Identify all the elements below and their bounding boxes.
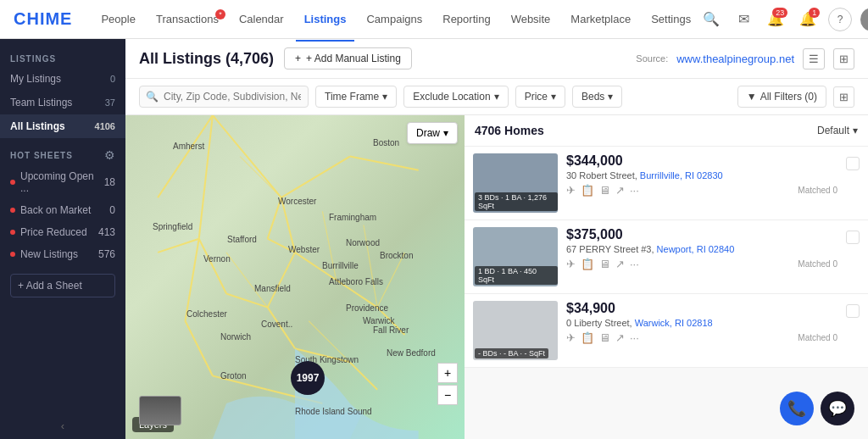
sort-control[interactable]: Default ▾	[817, 125, 858, 136]
beds-filter[interactable]: Beds ▾	[572, 86, 622, 108]
listing-actions: ✈ 📋 🖥 ↗ ··· Matched 0	[566, 184, 837, 197]
listing-checkbox[interactable]	[846, 304, 860, 318]
listing-card[interactable]: 3 BDs · 1 BA · 1,276 SqFt $344,000 30 Ro…	[465, 147, 868, 220]
nav-link-campaigns[interactable]: Campaigns	[358, 8, 431, 31]
grid-filter-toggle[interactable]: ⊞	[833, 86, 854, 108]
phone-chat-button[interactable]: 📞	[780, 392, 814, 425]
listing-price: $34,900	[566, 301, 837, 316]
add-manual-listing-button[interactable]: + + Add Manual Listing	[284, 47, 412, 69]
listing-city: Warwick, RI 02818	[635, 318, 713, 328]
exclude-location-filter[interactable]: Exclude Location ▾	[403, 86, 508, 108]
source-url[interactable]: www.thealpinegroup.net	[676, 53, 794, 65]
split-view: AmherstBostonWorcesterFraminghamNorwoodB…	[125, 115, 868, 439]
map-label-attleborofalls: Attleboro Falls	[329, 277, 383, 286]
copy-icon[interactable]: 📋	[581, 331, 594, 344]
listing-card[interactable]: 1 BD · 1 BA · 450 SqFt $375,000 67 PERRY…	[465, 220, 868, 294]
map-zoom-controls: + −	[437, 363, 458, 405]
sidebar-item-my-listings[interactable]: My Listings0	[0, 67, 125, 91]
map-label-newbedford: New Bedford	[387, 348, 436, 358]
svg-line-2	[350, 157, 419, 170]
copy-icon[interactable]: 📋	[581, 184, 594, 197]
time-frame-filter[interactable]: Time Frame ▾	[315, 86, 397, 108]
search-input[interactable]	[139, 86, 309, 108]
hot-sheets-header: HOT SHEETS ⚙	[0, 138, 125, 165]
sidebar-item-team-listings[interactable]: Team Listings37	[0, 91, 125, 114]
nav-link-website[interactable]: Website	[503, 8, 559, 31]
matched-count: Matched 0	[798, 259, 837, 269]
svg-line-13	[350, 362, 377, 389]
listing-specs-badge: 3 BDs · 1 BA · 1,276 SqFt	[475, 192, 558, 211]
view-icon[interactable]: 🖥	[599, 331, 610, 344]
draw-button[interactable]: Draw ▾	[407, 122, 458, 144]
map-label-amherst: Amherst	[173, 142, 204, 151]
mail-icon[interactable]: ✉	[732, 8, 755, 31]
listing-checkbox[interactable]	[846, 157, 860, 170]
hot-sheet-new-listings[interactable]: New Listings576	[0, 243, 125, 265]
all-filters-button[interactable]: ▼ All Filters (0)	[737, 86, 826, 108]
map-container: AmherstBostonWorcesterFraminghamNorwoodB…	[125, 115, 465, 439]
view-icon[interactable]: 🖥	[599, 258, 610, 270]
nav-link-listings[interactable]: Listings	[296, 8, 355, 31]
price-filter[interactable]: Price ▾	[515, 86, 565, 108]
svg-line-19	[158, 239, 199, 253]
nav-link-reporting[interactable]: Reporting	[434, 8, 498, 31]
nav-link-settings[interactable]: Settings	[643, 8, 699, 31]
more-icon[interactable]: ···	[630, 258, 639, 270]
search-icon[interactable]: 🔍	[699, 8, 723, 31]
nav-link-calendar[interactable]: Calendar	[231, 8, 292, 31]
copy-icon[interactable]: 📋	[581, 258, 594, 270]
sidebar-count-all-listings: 4106	[95, 121, 115, 131]
page-title: All Listings (4,706)	[139, 50, 274, 68]
message-chat-button[interactable]: 💬	[821, 392, 854, 425]
map-label-norwood: Norwood	[346, 238, 380, 247]
notifications-icon[interactable]: 🔔 23	[764, 8, 787, 31]
dot-new-listings	[10, 252, 15, 257]
share-icon[interactable]: ✈	[566, 184, 576, 197]
nav-link-marketplace[interactable]: Marketplace	[562, 8, 639, 31]
grid-view-icon[interactable]: ⊞	[833, 48, 854, 69]
svg-line-26	[364, 225, 377, 307]
hot-sheet-back-on-market[interactable]: Back on Market0	[0, 199, 125, 221]
view-icon[interactable]: 🖥	[599, 184, 610, 197]
more-icon[interactable]: ···	[630, 184, 639, 197]
listing-image: - BDs · - BA · - SqFt	[473, 301, 558, 360]
svg-line-1	[281, 157, 350, 198]
draw-label: Draw	[416, 127, 440, 139]
listing-card[interactable]: - BDs · - BA · - SqFt $34,900 0 Liberty …	[465, 294, 868, 368]
share-icon[interactable]: ✈	[566, 331, 576, 344]
nav-link-transactions[interactable]: Transactions*	[147, 8, 227, 31]
link-icon[interactable]: ↗	[615, 331, 625, 344]
sidebar-item-all-listings[interactable]: All Listings4106	[0, 114, 125, 138]
map-label-stafford: Stafford	[227, 235, 257, 244]
link-icon[interactable]: ↗	[615, 258, 625, 270]
hot-sheet-count-back-on-market: 0	[109, 204, 115, 216]
alert-icon[interactable]: 🔔 1	[796, 8, 820, 31]
nav-link-people[interactable]: People	[92, 8, 143, 31]
more-icon[interactable]: ···	[630, 331, 639, 344]
zoom-out-button[interactable]: −	[437, 385, 458, 405]
top-nav: CHIME PeopleTransactions*CalendarListing…	[0, 0, 868, 39]
help-icon[interactable]: ?	[828, 8, 852, 31]
listing-actions: ✈ 📋 🖥 ↗ ··· Matched 0	[566, 258, 837, 270]
share-icon[interactable]: ✈	[566, 258, 576, 270]
avatar[interactable]	[860, 8, 868, 31]
svg-line-0	[213, 115, 281, 197]
listing-checkbox[interactable]	[846, 231, 860, 244]
sort-chevron-icon: ▾	[853, 125, 858, 136]
map-label-worcester: Worcester	[278, 197, 316, 206]
map-cluster[interactable]: 1997	[291, 361, 325, 395]
listings-panel: 4706 Homes Default ▾ 3 BDs · 1 BA · 1,27…	[465, 115, 868, 439]
hot-sheets-gear-icon[interactable]: ⚙	[104, 148, 115, 162]
hot-sheet-upcoming-open[interactable]: Upcoming Open ...18	[0, 165, 125, 199]
link-icon[interactable]: ↗	[615, 184, 625, 197]
hot-sheet-price-reduced[interactable]: Price Reduced413	[0, 221, 125, 243]
add-sheet-button[interactable]: + Add a Sheet	[10, 274, 115, 297]
hot-sheet-count-new-listings: 576	[98, 248, 115, 260]
content-header-left: All Listings (4,706) + + Add Manual List…	[139, 47, 412, 69]
listing-info: $344,000 30 Robert Street, Burrillville,…	[566, 153, 837, 213]
matched-count: Matched 0	[798, 333, 837, 342]
sidebar-collapse[interactable]: ‹	[0, 413, 125, 439]
list-view-icon[interactable]: ☰	[803, 48, 825, 69]
zoom-in-button[interactable]: +	[437, 363, 458, 383]
map-label-colchester: Colchester	[186, 309, 227, 319]
